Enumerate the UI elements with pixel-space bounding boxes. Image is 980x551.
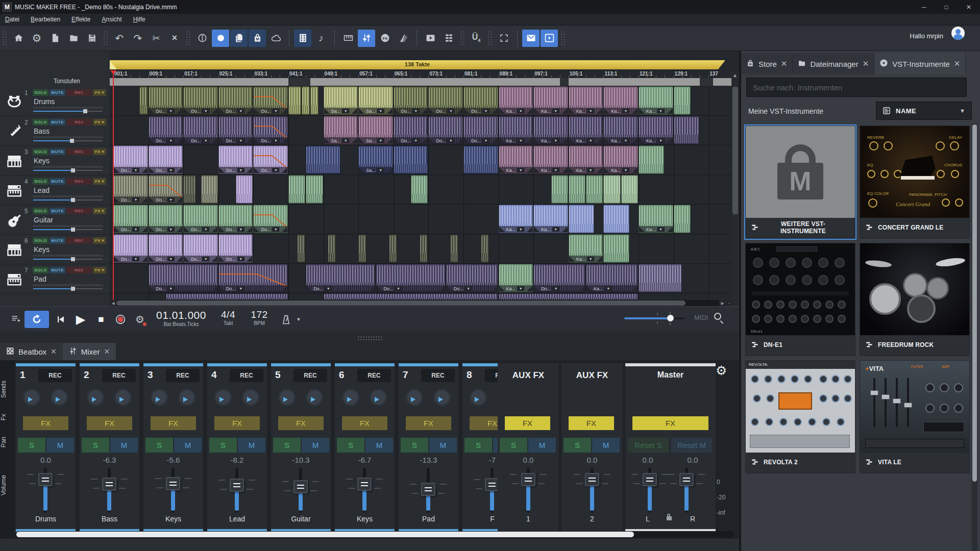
clip-Do[interactable]: Do...▼ <box>183 86 218 115</box>
clip-fade-out-handle[interactable] <box>282 167 287 173</box>
track-volume-slider[interactable] <box>33 168 103 172</box>
search-input[interactable] <box>747 78 966 96</box>
clip-Do[interactable]: Do...▼ <box>428 116 463 144</box>
clip-Do[interactable]: Do...▼ <box>183 205 218 233</box>
clip-label-bar[interactable]: Do...▼ <box>447 285 498 292</box>
clip-Do[interactable]: Do...▼ <box>376 264 446 292</box>
clip-label-bar[interactable]: Do...▼ <box>184 226 217 233</box>
clip-Do[interactable]: Do...▼ <box>218 205 253 233</box>
track-volume-slider[interactable] <box>33 198 103 202</box>
clip-fade-in-handle[interactable] <box>604 108 609 114</box>
channel-fader[interactable] <box>227 468 247 513</box>
clip-fade-in-handle[interactable] <box>569 256 575 262</box>
clip-fade-out-handle[interactable] <box>247 108 252 114</box>
metronome-icon[interactable] <box>279 311 293 328</box>
clip-fade-out-handle[interactable] <box>352 138 357 143</box>
clip-dropdown-icon[interactable]: ▼ <box>517 286 524 291</box>
clip-fade-out-handle[interactable] <box>282 138 287 143</box>
vst-card-vita[interactable]: +VITA FILTER AMP VITA LE <box>860 360 970 473</box>
clip-dropdown-icon[interactable]: ▼ <box>412 109 420 113</box>
clip-dropdown-icon[interactable]: ▼ <box>395 286 402 291</box>
clip-fade-in-handle[interactable] <box>604 138 609 143</box>
clip-Do[interactable]: Do...▼ <box>446 264 498 292</box>
clip-fade-out-handle[interactable] <box>212 227 217 232</box>
clip-fade-out-handle[interactable] <box>667 227 673 232</box>
clip-fade-out-handle[interactable] <box>282 286 287 291</box>
clip-fade-in-handle[interactable] <box>377 286 382 291</box>
clip-fade-out-handle[interactable] <box>457 108 462 114</box>
clip[interactable] <box>389 234 397 263</box>
solo-button[interactable]: SOLO <box>33 178 48 185</box>
clip-label-bar[interactable]: Ka...▼ <box>534 137 568 144</box>
clip-fade-out-handle[interactable] <box>667 138 673 143</box>
channel-fx-button[interactable]: FX <box>214 416 260 430</box>
preview-volume-slider[interactable] <box>624 317 684 319</box>
clip-Do[interactable]: Do...▼ <box>218 264 288 292</box>
clip-fade-out-handle[interactable] <box>632 167 638 173</box>
clip-dropdown-icon[interactable]: ▼ <box>552 227 559 232</box>
clip-Ka[interactable]: Ka...▼ <box>586 264 638 292</box>
track-header-keys-6[interactable]: 6SOLOMUTERECFX ▾Keys <box>0 235 110 264</box>
clip[interactable] <box>306 145 340 174</box>
clip-fade-out-handle[interactable] <box>439 286 445 291</box>
channel-solo-button[interactable]: S <box>18 438 45 453</box>
vst-card-piano[interactable]: REVERB DELAY EQ CHORUS EQ COLOR PANORAMA… <box>860 126 970 239</box>
settings-icon[interactable]: ⚙ <box>28 30 45 47</box>
clip[interactable] <box>674 205 691 233</box>
clip-Do[interactable]: Do...▼ <box>113 234 148 263</box>
mono-icon[interactable] <box>193 30 211 47</box>
clip-label-bar[interactable]: Sa...▼ <box>359 108 393 114</box>
menu-item-datei[interactable]: Datei <box>5 16 19 23</box>
clip-Do[interactable] <box>236 175 253 204</box>
menu-item-ansicht[interactable]: Ansicht <box>102 16 121 23</box>
channel-fx-button[interactable]: FX <box>406 416 451 430</box>
clip-Do[interactable]: Do...▼ <box>183 116 218 144</box>
clip[interactable] <box>394 145 428 174</box>
play-button[interactable]: ▶ <box>71 311 90 328</box>
clip-Do[interactable]: Do...▼ <box>253 145 288 174</box>
arrangement-area[interactable]: 138 Takte 001:1009:1017:1025:1033:1041:1… <box>110 51 739 306</box>
clip-fade-in-handle[interactable] <box>499 286 505 291</box>
clips-area[interactable]: Do...▼Do...▼Do...▼Do...▼Sa...▼Sa...▼Do..… <box>110 86 731 300</box>
rec-button[interactable]: REC <box>66 178 92 185</box>
clip-dropdown-icon[interactable]: ▼ <box>167 257 175 261</box>
clip-dropdown-icon[interactable]: ▼ <box>482 109 489 113</box>
clip-dropdown-icon[interactable]: ▼ <box>272 138 279 143</box>
tab-beatbox[interactable]: Beatbox✕ <box>0 343 63 360</box>
clip-Do[interactable]: Do...▼ <box>394 116 428 144</box>
track-header-pad-7[interactable]: 7SOLOMUTERECFX ▾Pad <box>0 264 110 294</box>
clip-fade-in-handle[interactable] <box>359 167 364 173</box>
clip-dropdown-icon[interactable]: ▼ <box>587 257 594 261</box>
clip-fade-in-handle[interactable] <box>359 108 364 114</box>
clip-label-bar[interactable]: Do...▼ <box>184 108 217 114</box>
track-header-drums-1[interactable]: 1SOLOMUTERECFX ▾Drums <box>0 87 110 116</box>
clip-dropdown-icon[interactable]: ▼ <box>167 168 175 172</box>
track-volume-slider[interactable] <box>33 257 103 261</box>
clip[interactable] <box>569 205 594 233</box>
clip-Do[interactable]: Do...▼ <box>394 86 428 115</box>
send-knob-2[interactable] <box>242 389 259 406</box>
channel-fx-button[interactable]: FX <box>342 416 387 430</box>
channel-fader[interactable] <box>418 468 438 513</box>
mute-button[interactable]: MUTE <box>50 208 65 214</box>
master-fx-button[interactable]: FX <box>632 416 708 430</box>
channel-fx-button[interactable]: FX <box>278 416 324 430</box>
clip[interactable] <box>674 86 691 115</box>
channel-rec-button[interactable]: REC <box>357 369 391 382</box>
clip-fade-out-handle[interactable] <box>247 167 252 173</box>
cloud-download-icon[interactable] <box>267 30 284 47</box>
messages-icon[interactable] <box>522 30 540 47</box>
scroll-right-button[interactable]: ▶ <box>719 300 726 306</box>
clip-fade-in-handle[interactable] <box>394 138 400 143</box>
clip-label-bar[interactable]: Do...▼ <box>254 108 287 114</box>
scroll-up-button[interactable]: ▲ <box>732 72 738 78</box>
clip-Ka[interactable]: Ka...▼ <box>533 86 568 115</box>
clip[interactable] <box>183 175 196 204</box>
clip-Ka[interactable]: Ka...▼ <box>569 234 603 263</box>
video-icon[interactable] <box>422 30 439 47</box>
clip-fade-out-handle[interactable] <box>177 227 182 232</box>
fader-handle[interactable] <box>166 477 180 490</box>
channel-rec-button[interactable]: REC <box>102 369 136 382</box>
send-knob-2[interactable] <box>433 389 451 406</box>
fx-dropdown-button[interactable]: FX ▾ <box>93 237 106 244</box>
